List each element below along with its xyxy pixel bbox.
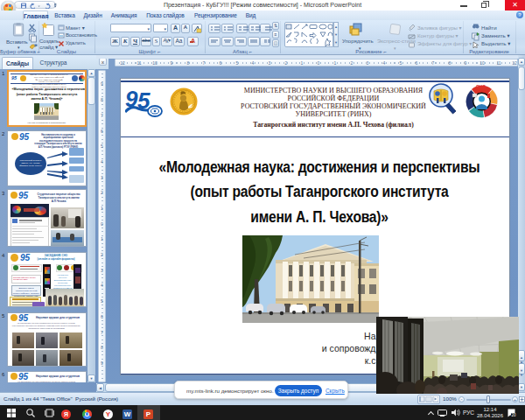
svg-text:20: 20 (512, 413, 517, 417)
svg-text:СНО: СНО (476, 84, 486, 89)
